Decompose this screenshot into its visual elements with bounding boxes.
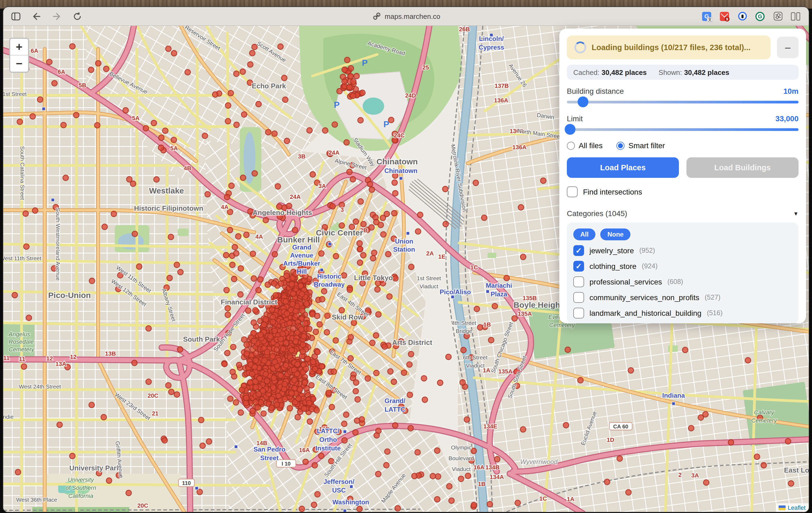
place-marker[interactable] [341,421,347,427]
place-marker[interactable] [382,344,387,349]
place-marker[interactable] [393,276,398,281]
place-marker[interactable] [354,418,360,424]
place-marker[interactable] [21,364,27,369]
place-marker[interactable] [357,246,363,252]
place-marker[interactable] [23,211,29,216]
place-marker[interactable] [74,112,79,118]
place-marker[interactable] [171,50,177,56]
place-marker[interactable] [243,395,249,401]
place-marker[interactable] [407,392,413,398]
place-marker[interactable] [312,366,318,372]
zoom-out-button[interactable]: − [10,56,28,72]
place-marker[interactable] [174,262,180,268]
gmail-extension-icon[interactable]: 9 [720,11,729,21]
place-marker[interactable] [251,320,257,325]
place-marker[interactable] [229,183,234,189]
place-marker[interactable] [174,392,180,397]
place-marker[interactable] [392,423,398,428]
place-marker[interactable] [126,490,132,496]
place-marker[interactable] [24,244,29,250]
place-marker[interactable] [158,145,164,151]
place-marker[interactable] [331,369,337,374]
place-marker[interactable] [303,366,309,372]
place-marker[interactable] [487,502,493,507]
place-marker[interactable] [243,400,249,406]
place-marker[interactable] [310,359,316,365]
place-marker[interactable] [258,332,263,338]
place-marker[interactable] [302,380,308,386]
place-marker[interactable] [251,338,257,344]
place-marker[interactable] [520,427,526,432]
place-marker[interactable] [287,405,293,411]
place-marker[interactable] [435,448,440,453]
place-marker[interactable] [415,229,421,234]
place-marker[interactable] [238,291,243,297]
forward-button-icon[interactable] [52,11,61,21]
place-marker[interactable] [275,183,281,189]
place-marker[interactable] [372,250,377,256]
place-marker[interactable] [104,66,109,72]
place-marker[interactable] [225,312,231,318]
place-marker[interactable] [392,180,397,186]
place-marker[interactable] [265,282,270,287]
place-marker[interactable] [238,266,243,271]
place-marker[interactable] [292,227,298,233]
place-marker[interactable] [101,415,107,420]
place-marker[interactable] [269,405,274,410]
extensions-settings-icon[interactable] [773,11,782,21]
place-marker[interactable] [272,359,278,365]
category-checkbox[interactable] [573,308,584,318]
place-marker[interactable] [252,171,258,176]
place-marker[interactable] [373,219,379,225]
place-marker[interactable] [264,378,270,384]
back-button-icon[interactable] [31,11,41,21]
place-marker[interactable] [339,307,345,313]
place-marker[interactable] [95,61,101,66]
place-marker[interactable] [307,128,312,133]
place-marker[interactable] [263,218,269,223]
load-buildings-button[interactable]: Load Buildings [687,158,799,178]
place-marker[interactable] [225,306,231,311]
place-marker[interactable] [512,315,518,321]
place-marker[interactable] [299,291,305,297]
place-marker[interactable] [329,404,335,410]
select-none-button[interactable]: None [601,228,631,240]
reload-button-icon[interactable] [72,11,82,21]
place-marker[interactable] [369,225,375,230]
place-marker[interactable] [256,391,262,397]
place-marker[interactable] [326,390,331,396]
place-marker[interactable] [233,400,239,405]
place-marker[interactable] [324,330,330,335]
place-marker[interactable] [325,313,330,319]
place-marker[interactable] [395,506,401,511]
place-marker[interactable] [282,396,288,402]
place-marker[interactable] [312,463,318,468]
place-marker[interactable] [683,347,688,353]
place-marker[interactable] [407,362,412,368]
place-marker[interactable] [88,67,94,73]
place-marker[interactable] [754,454,760,460]
place-marker[interactable] [168,234,174,240]
category-checkbox[interactable]: ✓ [573,245,584,256]
category-checkbox[interactable] [573,292,584,303]
place-marker[interactable] [249,371,255,377]
place-marker[interactable] [342,67,348,73]
place-marker[interactable] [47,59,52,65]
place-marker[interactable] [228,396,233,402]
place-marker[interactable] [225,350,230,356]
place-marker[interactable] [318,251,324,256]
place-marker[interactable] [205,192,210,197]
place-marker[interactable] [348,334,354,340]
split-view-icon[interactable] [791,11,800,21]
place-marker[interactable] [290,301,295,307]
place-marker[interactable] [442,186,448,192]
place-marker[interactable] [171,137,177,143]
place-marker[interactable] [26,315,32,321]
place-marker[interactable] [52,81,57,86]
place-marker[interactable] [12,292,18,298]
place-marker[interactable] [422,397,428,402]
place-marker[interactable] [234,122,239,128]
place-marker[interactable] [563,423,569,428]
place-marker[interactable] [223,253,229,258]
place-marker[interactable] [520,254,526,260]
